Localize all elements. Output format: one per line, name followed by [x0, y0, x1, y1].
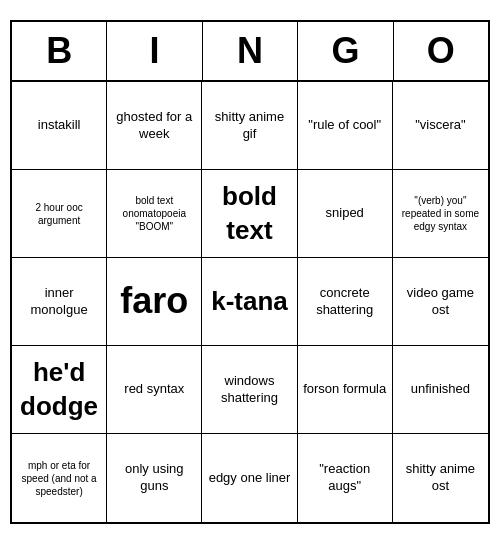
- bingo-cell-5: 2 hour ooc argument: [12, 170, 107, 258]
- bingo-header: BINGO: [12, 22, 488, 82]
- bingo-cell-16: red syntax: [107, 346, 202, 434]
- bingo-cell-23: "reaction augs": [298, 434, 393, 522]
- bingo-cell-22: edgy one liner: [202, 434, 297, 522]
- bingo-cell-21: only using guns: [107, 434, 202, 522]
- bingo-cell-2: shitty anime gif: [202, 82, 297, 170]
- bingo-cell-4: "viscera": [393, 82, 488, 170]
- header-letter-n: N: [203, 22, 298, 80]
- bingo-cell-9: "(verb) you" repeated in some edgy synta…: [393, 170, 488, 258]
- bingo-cell-0: instakill: [12, 82, 107, 170]
- bingo-cell-8: sniped: [298, 170, 393, 258]
- bingo-cell-1: ghosted for a week: [107, 82, 202, 170]
- bingo-cell-7: bold text: [202, 170, 297, 258]
- bingo-cell-18: forson formula: [298, 346, 393, 434]
- bingo-cell-6: bold text onomatopoeia "BOOM": [107, 170, 202, 258]
- bingo-cell-15: he'd dodge: [12, 346, 107, 434]
- header-letter-o: O: [394, 22, 488, 80]
- bingo-cell-3: "rule of cool": [298, 82, 393, 170]
- header-letter-b: B: [12, 22, 107, 80]
- bingo-cell-12: k-tana: [202, 258, 297, 346]
- bingo-cell-19: unfinished: [393, 346, 488, 434]
- bingo-cell-14: video game ost: [393, 258, 488, 346]
- bingo-grid: instakillghosted for a weekshitty anime …: [12, 82, 488, 522]
- header-letter-g: G: [298, 22, 393, 80]
- bingo-cell-11: faro: [107, 258, 202, 346]
- header-letter-i: I: [107, 22, 202, 80]
- bingo-cell-20: mph or eta for speed (and not a speedste…: [12, 434, 107, 522]
- bingo-cell-13: concrete shattering: [298, 258, 393, 346]
- bingo-cell-17: windows shattering: [202, 346, 297, 434]
- bingo-cell-10: inner monolgue: [12, 258, 107, 346]
- bingo-card: BINGO instakillghosted for a weekshitty …: [10, 20, 490, 524]
- bingo-cell-24: shitty anime ost: [393, 434, 488, 522]
